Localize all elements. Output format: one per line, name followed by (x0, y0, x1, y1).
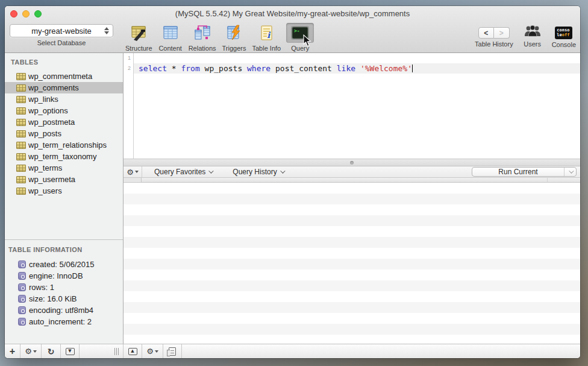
sidebar-table-wp_commentmeta[interactable]: wp_commentmeta (5, 71, 123, 82)
table-actions-gear-button[interactable]: ⚙ (20, 344, 41, 358)
result-row-stripe (124, 313, 580, 324)
triggers-button[interactable]: Triggers (222, 23, 247, 52)
sidebar-resize-handle[interactable] (110, 344, 123, 358)
result-row-stripe (124, 302, 580, 313)
gear-icon: ⚙ (127, 168, 134, 176)
sql-token-keyword: from (181, 64, 199, 73)
query-favorites-menu[interactable]: Query Favorites (142, 166, 220, 177)
table-name: wp_postmeta (28, 118, 75, 127)
result-row-stripe (124, 291, 580, 302)
hide-table-info-button[interactable]: ▼ (61, 344, 79, 358)
table-icon (16, 73, 26, 80)
result-row-stripe (124, 204, 580, 215)
table-name: wp_comments (28, 83, 79, 92)
tables-header: TABLES (5, 53, 123, 71)
sql-token-plain: * (167, 64, 181, 73)
close-button[interactable] (10, 10, 17, 17)
sidebar-table-wp_links[interactable]: wp_links (5, 93, 123, 105)
table-icon (16, 119, 26, 126)
gear-icon: ⚙ (146, 347, 154, 355)
table-icon (16, 96, 26, 103)
result-row-stripe (124, 335, 580, 344)
console-button[interactable]: consoleoff Console (552, 23, 576, 48)
table-icon (16, 142, 26, 149)
table-info-list: created: 5/06/2015engine: InnoDBrows: 1s… (5, 259, 123, 327)
dropdown-arrow-icon (33, 350, 37, 353)
info-text: created: 5/06/2015 (29, 260, 94, 269)
zoom-button[interactable] (34, 10, 42, 17)
row-number-column-header (124, 178, 142, 182)
editor-results-splitter[interactable] (124, 159, 580, 166)
relations-button[interactable]: Relations (189, 23, 216, 52)
refresh-tables-button[interactable]: ↻ (42, 344, 60, 358)
info-text: encoding: utf8mb4 (29, 306, 93, 315)
database-select[interactable]: my-great-website (10, 24, 113, 37)
content-button[interactable]: Content (158, 23, 183, 52)
table-info-item: encoding: utf8mb4 (5, 304, 123, 316)
query-info-button[interactable] (163, 344, 181, 358)
result-row-stripe (124, 183, 580, 194)
show-editor-button[interactable]: ▲ (124, 344, 142, 358)
query-line-2[interactable]: select * from wp_posts where post_conten… (134, 63, 580, 74)
console-icon: consoleoff (555, 27, 572, 39)
table-info-button[interactable]: i Table Info (252, 23, 281, 52)
sidebar-table-wp_term_taxonomy[interactable]: wp_term_taxonomy (5, 151, 123, 162)
query-gear-menu[interactable]: ⚙ (124, 166, 142, 177)
table-info-label: Table Info (252, 45, 281, 52)
info-bullet-icon (18, 272, 26, 280)
sidebar-table-wp_postmeta[interactable]: wp_postmeta (5, 116, 123, 128)
structure-label: Structure (125, 45, 152, 52)
text-caret (412, 65, 413, 72)
table-icon (16, 153, 26, 160)
result-row-stripe (124, 226, 580, 237)
sql-token-plain: post_content (271, 64, 337, 73)
table-name: wp_posts (28, 129, 61, 138)
table-information-header: TABLE INFORMATION (5, 240, 123, 259)
sql-token-plain: wp_posts (200, 64, 247, 73)
query-editor[interactable]: 1 2 select * from wp_posts where post_co… (124, 53, 580, 159)
query-button[interactable]: >- Query (286, 23, 314, 52)
table-info-item: size: 16.0 KiB (5, 293, 123, 304)
users-icon (524, 24, 542, 39)
relations-label: Relations (189, 45, 216, 52)
result-row-stripe (124, 270, 580, 280)
query-line-1[interactable] (134, 53, 580, 63)
minimize-button[interactable] (22, 10, 30, 17)
gear-icon: ⚙ (25, 347, 32, 355)
table-name: wp_term_relationships (28, 140, 107, 150)
structure-button[interactable]: Structure (125, 23, 152, 52)
sidebar-table-wp_posts[interactable]: wp_posts (5, 128, 123, 139)
sql-token-keyword: like (337, 64, 355, 73)
sidebar-table-wp_options[interactable]: wp_options (5, 105, 123, 116)
history-forward-button[interactable]: > (494, 27, 510, 39)
table-name: wp_term_taxonomy (28, 152, 96, 161)
relations-icon (189, 23, 216, 43)
table-history-control: < > Table History (475, 23, 513, 48)
run-current-button[interactable]: Run Current (472, 167, 577, 177)
sidebar-table-wp_terms[interactable]: wp_terms (5, 162, 123, 174)
info-bullet-icon (18, 295, 26, 303)
table-info-item: engine: InnoDB (5, 270, 123, 282)
sql-token-plain (355, 64, 360, 73)
sidebar-table-wp_term_relationships[interactable]: wp_term_relationships (5, 139, 123, 151)
sidebar-table-wp_users[interactable]: wp_users (5, 185, 123, 197)
table-info-item: rows: 1 (5, 282, 123, 293)
table-icon (16, 176, 26, 183)
titlebar[interactable]: (MySQL 5.5.42) My Great Website/my-great… (5, 6, 580, 22)
line-number: 2 (124, 63, 133, 74)
table-icon (16, 165, 26, 172)
chevron-down-icon (280, 168, 285, 173)
run-options-dropdown[interactable] (564, 168, 576, 176)
info-text: engine: InnoDB (29, 271, 83, 280)
query-history-menu[interactable]: Query History (220, 166, 292, 177)
sidebar-table-wp_comments[interactable]: wp_comments (5, 82, 123, 93)
info-bullet-icon (18, 283, 26, 291)
table-info-item: created: 5/06/2015 (5, 259, 123, 270)
users-button[interactable]: Users (521, 23, 545, 48)
history-back-button[interactable]: < (478, 27, 494, 39)
result-actions-gear-button[interactable]: ⚙ (142, 344, 163, 358)
sidebar-table-wp_usermeta[interactable]: wp_usermeta (5, 174, 123, 185)
line-number: 1 (124, 53, 133, 63)
add-table-button[interactable]: + (5, 344, 20, 358)
result-row-stripe (124, 237, 580, 248)
